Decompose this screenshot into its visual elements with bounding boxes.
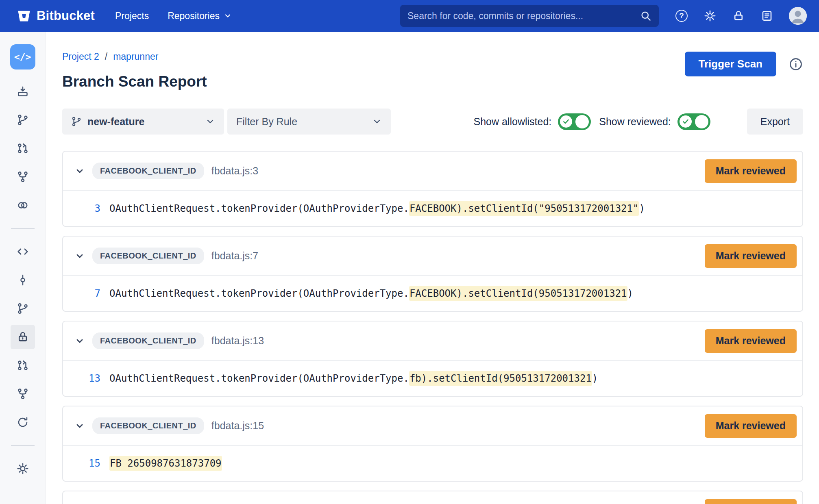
code-line: OAuthClientRequest.tokenProvider(OAuthPr… (109, 288, 633, 299)
finding-card: FACEBOOK_CLIENT_ID fbdata.js:13 Mark rev… (62, 321, 803, 397)
collapse-chevron-icon[interactable] (74, 165, 86, 177)
show-allowlisted-label: Show allowlisted: (473, 116, 551, 128)
nav-links: Projects Repositories (115, 11, 232, 22)
lock-icon[interactable] (732, 9, 745, 22)
code-line: OAuthClientRequest.tokenProvider(OAuthPr… (109, 203, 645, 214)
line-number: 7 (63, 288, 100, 299)
info-icon[interactable] (789, 57, 803, 72)
collapse-chevron-icon[interactable] (74, 250, 86, 262)
finding-card: FACEBOOK_CLIENT_ID fbdata.js:7 Mark revi… (62, 236, 803, 312)
journal-icon[interactable] (760, 9, 773, 22)
collapse-chevron-icon[interactable] (74, 420, 86, 432)
bitbucket-logo-icon (17, 9, 31, 23)
collapse-chevron-icon[interactable] (74, 335, 86, 347)
security-icon[interactable] (11, 325, 35, 349)
global-search[interactable] (400, 5, 659, 27)
pull-requests-icon[interactable] (11, 353, 35, 378)
source-icon[interactable] (11, 239, 35, 264)
code-highlight: FB 2650987631873709 (109, 456, 222, 471)
finding-card-partial: Mark reviewed (62, 491, 803, 504)
finding-header: FACEBOOK_CLIENT_ID fbdata.js:13 Mark rev… (63, 322, 802, 361)
finding-header: FACEBOOK_CLIENT_ID fbdata.js:3 Mark revi… (63, 152, 802, 191)
chevron-down-icon (205, 117, 215, 126)
breadcrumb-separator: / (105, 51, 107, 62)
sync-icon[interactable] (11, 410, 35, 434)
commits-icon[interactable] (11, 268, 35, 292)
line-number: 13 (63, 373, 100, 384)
nav-projects[interactable]: Projects (115, 11, 149, 22)
finding-card: FACEBOOK_CLIENT_ID fbdata.js:15 Mark rev… (62, 406, 803, 482)
breadcrumb: Project 2 / maprunner (62, 51, 207, 62)
mark-reviewed-button[interactable]: Mark reviewed (705, 499, 797, 504)
forks-icon[interactable] (11, 165, 35, 189)
mark-reviewed-button[interactable]: Mark reviewed (705, 159, 797, 183)
show-allowlisted-toggle[interactable] (558, 113, 591, 130)
sidebar: </> (0, 32, 46, 504)
finding-location: fbdata.js:13 (211, 335, 264, 347)
rule-badge: FACEBOOK_CLIENT_ID (92, 248, 204, 264)
rule-badge: FACEBOOK_CLIENT_ID (92, 332, 204, 349)
clone-icon[interactable] (11, 79, 35, 104)
branches-icon[interactable] (11, 296, 35, 321)
gear-icon[interactable] (704, 9, 717, 22)
finding-header: FACEBOOK_CLIENT_ID fbdata.js:15 Mark rev… (63, 406, 802, 446)
code-plain: OAuthClientRequest.tokenProvider(OAuthPr… (109, 288, 409, 299)
compare-icon[interactable] (11, 193, 35, 217)
finding-header: Mark reviewed (63, 491, 802, 504)
filter-controls: new-feature Filter By Rule Show allowlis… (62, 109, 803, 135)
show-reviewed-label: Show reviewed: (599, 116, 671, 128)
avatar[interactable] (789, 7, 807, 25)
nav-projects-label: Projects (115, 11, 149, 22)
sidebar-divider (11, 228, 35, 229)
line-number: 3 (63, 203, 100, 214)
code-snippet: 13 OAuthClientRequest.tokenProvider(OAut… (63, 361, 802, 396)
code-highlight: fb).setClientId(950513172001321 (409, 371, 592, 386)
nav-icon-group: ? (675, 7, 807, 25)
repository-avatar[interactable]: </> (10, 44, 35, 70)
code-plain: ) (639, 203, 645, 214)
findings-list: FACEBOOK_CLIENT_ID fbdata.js:3 Mark revi… (62, 151, 803, 504)
export-button[interactable]: Export (747, 109, 803, 135)
mark-reviewed-button[interactable]: Mark reviewed (705, 414, 797, 438)
finding-location: fbdata.js:7 (211, 250, 258, 262)
page-header-actions: Trigger Scan (685, 52, 804, 76)
toggle-knob (575, 115, 589, 128)
branches-icon[interactable] (11, 108, 35, 132)
page-title: Branch Scan Report (62, 73, 207, 91)
code-plain: OAuthClientRequest.tokenProvider(OAuthPr… (109, 373, 409, 384)
mark-reviewed-button[interactable]: Mark reviewed (705, 329, 797, 353)
settings-gear-icon[interactable] (11, 456, 35, 481)
breadcrumb-repo-link[interactable]: maprunner (113, 51, 158, 62)
nav-repositories-label: Repositories (168, 11, 220, 22)
finding-card: FACEBOOK_CLIENT_ID fbdata.js:3 Mark revi… (62, 151, 803, 227)
question-mark: ? (675, 10, 688, 22)
branch-selector[interactable]: new-feature (62, 109, 224, 135)
brand-name: Bitbucket (37, 9, 95, 23)
rule-filter-dropdown[interactable]: Filter By Rule (227, 109, 391, 135)
check-icon (680, 115, 692, 128)
nav-repositories[interactable]: Repositories (168, 11, 232, 22)
code-plain: ) (592, 373, 598, 384)
finding-location: fbdata.js:15 (211, 420, 264, 432)
help-icon[interactable]: ? (675, 9, 688, 22)
rule-badge: FACEBOOK_CLIENT_ID (92, 417, 204, 434)
trigger-scan-button[interactable]: Trigger Scan (685, 52, 777, 76)
finding-header: FACEBOOK_CLIENT_ID fbdata.js:7 Mark revi… (63, 237, 802, 276)
forks-icon[interactable] (11, 382, 35, 406)
line-number: 15 (63, 458, 100, 469)
bitbucket-home-link[interactable]: Bitbucket (17, 9, 95, 23)
pull-requests-icon[interactable] (11, 136, 35, 161)
page-header: Project 2 / maprunner Branch Scan Report… (62, 51, 803, 91)
chevron-down-icon (372, 117, 382, 126)
page-header-left: Project 2 / maprunner Branch Scan Report (62, 51, 207, 91)
toggle-group: Show allowlisted: Show reviewed: Export (473, 109, 803, 135)
mark-reviewed-button[interactable]: Mark reviewed (705, 244, 797, 268)
top-navigation: Bitbucket Projects Repositories ? (0, 0, 819, 32)
finding-location: fbdata.js:3 (211, 165, 258, 177)
code-line: FB 2650987631873709 (109, 458, 222, 469)
rule-badge: FACEBOOK_CLIENT_ID (92, 163, 204, 179)
show-reviewed-toggle[interactable] (677, 113, 710, 130)
search-input[interactable] (407, 11, 640, 22)
breadcrumb-project-link[interactable]: Project 2 (62, 51, 99, 62)
code-snippet: 3 OAuthClientRequest.tokenProvider(OAuth… (63, 191, 802, 226)
